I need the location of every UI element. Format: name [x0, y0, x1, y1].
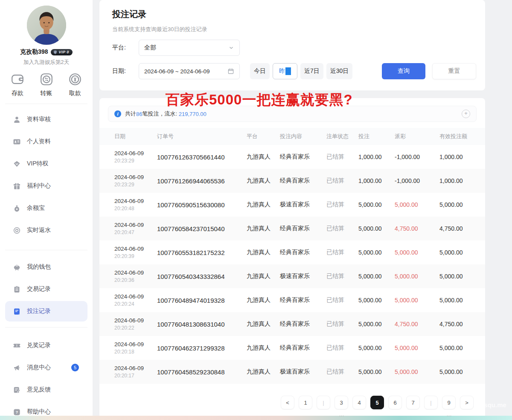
sidebar-item-rebate[interactable]: 实时返水 [0, 219, 93, 241]
sidebar-item-transactions[interactable]: 交易记录 [0, 278, 93, 300]
range-30days-button[interactable]: 近30日 [326, 63, 353, 79]
sidebar-item-feedback[interactable]: 意见反馈 [0, 379, 93, 401]
col-order: 订单号 [157, 133, 247, 140]
pagination-page-6[interactable]: 6 [388, 396, 402, 409]
pagination-prev-button[interactable]: < [281, 396, 294, 409]
pagination-page-1[interactable]: 1 [299, 396, 312, 409]
col-date: 日期 [114, 133, 157, 140]
transfer-button[interactable]: 转账 [39, 72, 54, 97]
summary-prefix: 共计 [125, 110, 136, 118]
money-bag-icon [13, 204, 21, 212]
summary-middle: 笔投注，流水: [142, 110, 177, 118]
sidebar-item-label: 兑奖记录 [27, 342, 51, 349]
page-subtitle: 当前系统支持查询最近30日的投注记录 [112, 26, 476, 33]
withdraw-button[interactable]: 取款 [68, 72, 82, 97]
withdraw-label: 取款 [69, 90, 81, 97]
sidebar-item-label: 意见反馈 [27, 386, 51, 394]
date-range-input[interactable]: 2024-06-09 ~ 2024-06-09 [139, 63, 240, 79]
ellipsis-dots: ... [339, 412, 344, 417]
message-count-badge: 5 [71, 364, 79, 371]
range-7days-button[interactable]: 近7日 [300, 63, 323, 79]
sidebar-item-personal-info[interactable]: 个人资料 [0, 130, 93, 153]
info-icon: i [114, 110, 121, 117]
summary-amount: 219,770.00 [179, 111, 207, 117]
table-row: 2024-06-0920:20:24 1007760489474019328 九… [99, 288, 485, 312]
clipboard-icon [13, 285, 21, 293]
date-range-value: 2024-06-09 ~ 2024-06-09 [144, 68, 210, 75]
help-question-icon: ? [13, 408, 21, 416]
sidebar-item-label: 交易记录 [27, 285, 51, 293]
col-payout: 派彩 [395, 133, 439, 140]
sidebar-item-vip[interactable]: VIP特权 [0, 153, 93, 175]
feedback-edit-icon [13, 386, 21, 394]
vip-label: VIP 0 [59, 50, 69, 54]
col-bet: 投注 [358, 133, 395, 140]
table-row: 2024-06-0920:20:47 1007760584237015040 九… [99, 217, 485, 240]
sidebar: 克孜勒398 VIP 0 加入九游娱乐第2天 存款 [0, 0, 93, 416]
watermark: esqu.me [480, 401, 506, 408]
platform-select[interactable]: 全部 [139, 40, 240, 56]
gift-icon [13, 182, 21, 190]
sidebar-item-label: 实时返水 [27, 226, 51, 234]
betting-record-icon [13, 307, 21, 316]
pagination-page-5-active[interactable]: 5 [370, 396, 384, 409]
sidebar-item-yuebao[interactable]: 余额宝 [0, 197, 93, 219]
sidebar-item-messages[interactable]: 消息中心 5 [0, 356, 93, 379]
bottom-gradient-strip [0, 416, 512, 420]
table-body: 2024-06-0920:23:29 1007761263705661440 九… [99, 145, 485, 384]
svg-text:?: ? [16, 410, 18, 414]
sidebar-item-profile-review[interactable]: 资料审核 [0, 108, 93, 130]
table-row: 2024-06-0920:23:29 1007761263705661440 九… [99, 145, 485, 169]
table-row: 2024-06-0920:20:22 1007760481308631040 九… [99, 312, 485, 336]
sidebar-item-label: 福利中心 [27, 182, 51, 190]
col-content: 投注内容 [280, 133, 326, 140]
range-today-button[interactable]: 今日 [250, 63, 270, 79]
id-card-icon [13, 138, 21, 146]
sidebar-group-misc: 兑奖记录 消息中心 5 意见反馈 ? 帮助中心 [0, 327, 93, 420]
sidebar-item-label: 投注记录 [27, 307, 51, 315]
deposit-label: 存款 [12, 90, 23, 97]
sidebar-item-label: 个人资料 [27, 138, 51, 145]
user-check-icon [13, 116, 21, 124]
reset-button[interactable]: 重置 [432, 63, 476, 79]
platform-label: 平台: [112, 44, 132, 52]
table-row: 2024-06-0920:20:36 1007760540343332864 九… [99, 264, 485, 288]
range-yesterday-button[interactable]: 昨日 [273, 63, 297, 79]
yuan-coin-icon [68, 72, 82, 87]
pagination-page-3[interactable]: 3 [335, 396, 348, 409]
pagination-page-4[interactable]: 4 [352, 396, 366, 409]
page: 克孜勒398 VIP 0 加入九游娱乐第2天 存款 [0, 0, 512, 420]
wallet-icon [10, 72, 25, 87]
red-overlay-text: 百家乐5000一把连赢就要黑? [166, 90, 353, 110]
sidebar-group-account: 资料审核 个人资料 VIP特权 福利中心 [0, 104, 93, 241]
pagination-ellipsis-right[interactable]: | [424, 396, 438, 409]
sidebar-item-label: 资料审核 [27, 116, 51, 123]
sidebar-item-welfare[interactable]: 福利中心 [0, 175, 93, 197]
sidebar-item-label: 消息中心 [27, 364, 51, 371]
rebate-circle-icon [13, 226, 21, 235]
pagination-ellipsis-left[interactable]: | [317, 396, 330, 409]
ticket-icon [13, 342, 21, 350]
pagination: < 1 | 3 4 5 6 7 | 9 > [99, 396, 485, 409]
plus-circle-icon[interactable]: + [462, 110, 470, 118]
sidebar-item-wallet[interactable]: 我的钱包 [0, 256, 93, 278]
query-button[interactable]: 查询 [382, 63, 425, 79]
sidebar-item-prize-records[interactable]: 兑奖记录 [0, 334, 93, 356]
page-title: 投注记录 [112, 9, 476, 20]
pagination-next-button[interactable]: > [460, 396, 474, 409]
table-header: 日期 订单号 平台 投注内容 注单状态 投注 派彩 有效投注额 [99, 128, 485, 145]
deposit-button[interactable]: 存款 [10, 72, 25, 97]
pagination-page-9[interactable]: 9 [442, 396, 456, 409]
sidebar-item-label: 帮助中心 [27, 408, 51, 416]
platform-selected-value: 全部 [144, 44, 156, 52]
quick-range-group: 今日 昨日 近7日 近30日 [250, 63, 352, 79]
join-note: 加入九游娱乐第2天 [0, 59, 93, 66]
sidebar-item-label: 我的钱包 [27, 263, 51, 271]
username: 克孜勒398 [20, 48, 48, 56]
sidebar-item-betting-records[interactable]: 投注记录 [5, 301, 87, 322]
sidebar-item-label: VIP特权 [27, 160, 49, 168]
summary-count: 86 [136, 111, 142, 117]
quick-actions: 存款 转账 取款 [0, 72, 93, 97]
pagination-page-7[interactable]: 7 [406, 396, 420, 409]
transfer-icon [39, 72, 54, 87]
